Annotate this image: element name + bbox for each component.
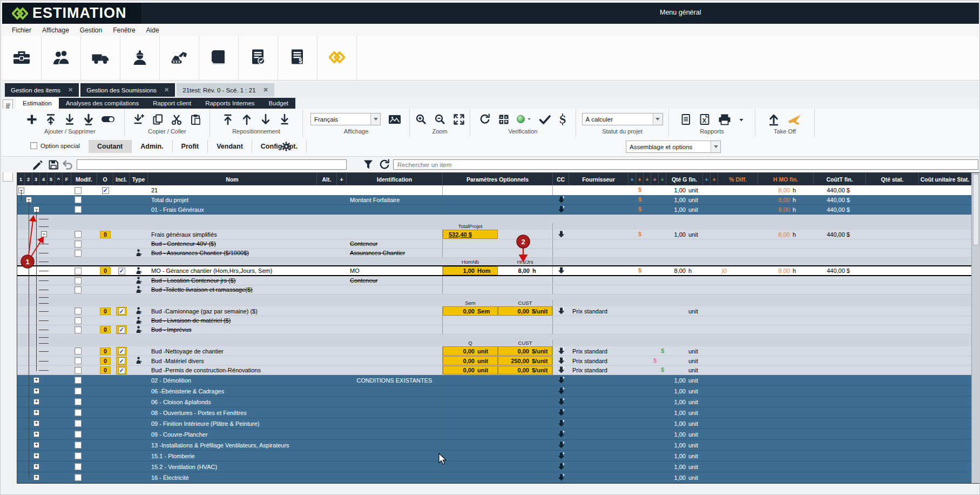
toolbar-truck-button[interactable]	[81, 36, 120, 80]
toolbar-submission-check-button[interactable]	[239, 36, 278, 80]
toolbar-catalog-book-button[interactable]	[199, 36, 239, 80]
insert-above-icon[interactable]	[45, 113, 57, 125]
tab-gestion-des-items[interactable]: Gestion des items✕	[5, 83, 79, 97]
option-special-checkbox[interactable]: Option special	[30, 142, 80, 149]
modif-checkbox[interactable]	[75, 307, 82, 315]
chapter-row[interactable]: +02 - DémolitionCONDITIONS EXISTANTES1,0…	[17, 375, 971, 386]
param-cell-2[interactable]: 8,00h	[498, 266, 552, 275]
modif-checkbox[interactable]	[75, 267, 82, 275]
modif-checkbox[interactable]	[75, 463, 82, 470]
zoom-fit-icon[interactable]	[453, 113, 465, 125]
modif-checkbox[interactable]	[75, 187, 82, 194]
column-header--[interactable]: ^	[55, 173, 63, 185]
table-row[interactable]: −0Frais généraux simplifiés532,40 $$1,00…	[17, 230, 971, 239]
refresh-icon[interactable]	[479, 113, 491, 125]
toggle-icon[interactable]	[102, 116, 114, 122]
column-header-h-mo-fin-[interactable]: H MO fin.	[758, 173, 814, 185]
scrollbar-thumb[interactable]	[973, 174, 979, 245]
column-header-2[interactable]: 2	[25, 173, 32, 185]
chapter-row[interactable]: +09 - Finition Intérieure (Plâtre & Pein…	[17, 418, 971, 429]
modif-checkbox[interactable]	[75, 398, 82, 405]
select-affichage[interactable]: Français	[310, 113, 381, 125]
cut-icon[interactable]	[171, 113, 183, 125]
modif-checkbox[interactable]	[75, 420, 82, 427]
expand-expander[interactable]: +	[33, 399, 39, 405]
incl-checkbox[interactable]: ✓	[118, 267, 125, 275]
filter-funnel-icon[interactable]	[363, 159, 374, 173]
chapter-row[interactable]: +06 -Ébénisterie & Cadrages1,00unit	[17, 386, 971, 397]
price-tab-coutant[interactable]: Coutant	[89, 140, 132, 153]
tab-21test-r-v-0-sc-1-21[interactable]: 21test: Rév. 0 - Scé. 1 : 21✕	[177, 83, 274, 97]
column-header-qt-stat-[interactable]: Qté stat.	[866, 173, 919, 185]
chapter-row[interactable]: +16 - Électricité1,00unit	[17, 472, 971, 483]
tab-gestion-des-soumissions[interactable]: Gestion des Soumissions✕	[80, 83, 175, 97]
modif-checkbox[interactable]	[75, 452, 82, 459]
column-header--[interactable]: +	[659, 173, 666, 185]
subtab-budget[interactable]: Budget	[262, 98, 295, 109]
param-cell-1[interactable]: 532,40 $	[443, 230, 498, 239]
chapter-row[interactable]: +06 - Cloison &plafonds1,00unit	[17, 397, 971, 407]
modif-checkbox[interactable]	[75, 442, 82, 449]
menu-gestion[interactable]: Gestion	[75, 25, 107, 36]
subtab-estimation[interactable]: Estimation	[16, 98, 59, 109]
column-header--diff-[interactable]: % Diff.	[718, 173, 758, 185]
cc-expand-icon[interactable]	[558, 307, 565, 316]
param-cell-1[interactable]: 0,00unit	[443, 356, 498, 365]
column-header-nom[interactable]: Nom	[148, 173, 317, 185]
insert-below-icon[interactable]	[64, 113, 76, 125]
subtab-analyses-des-compilations[interactable]: Analyses des compilations	[59, 98, 146, 109]
modif-checkbox[interactable]	[75, 326, 82, 333]
chapter-row[interactable]: +09 - Couvre-Plancher1,00unit	[17, 429, 971, 440]
param-cell-1[interactable]: 0,00unit	[443, 346, 498, 356]
toolbar-toolbox-button[interactable]	[2, 36, 42, 80]
expand-expander[interactable]: +	[33, 431, 39, 437]
option-badge[interactable]: 0	[100, 307, 111, 315]
cc-expand-icon[interactable]	[558, 463, 565, 471]
column-header-cc[interactable]: CC	[553, 173, 569, 185]
paste-icon[interactable]	[190, 113, 201, 125]
modif-checkbox[interactable]	[75, 367, 82, 374]
assemblage-dropdown[interactable]: Assemblage et options	[626, 141, 721, 153]
document-icon[interactable]	[680, 113, 692, 125]
cc-expand-icon[interactable]	[558, 473, 565, 482]
option-badge[interactable]: 0	[100, 326, 111, 333]
column-header--[interactable]: +	[337, 173, 347, 185]
column-header--[interactable]: +	[628, 173, 636, 185]
column-header-alt-[interactable]: Alt.	[317, 173, 337, 185]
dollar-icon[interactable]: S	[558, 113, 567, 126]
table-row[interactable]: Bud -Toilette livraison et ramassage($)	[17, 285, 971, 295]
table-row[interactable]: Bud - Assurances Chantier ($/1000$)Assur…	[17, 249, 971, 258]
modif-checkbox[interactable]	[75, 206, 82, 213]
column-header-identification[interactable]: Identification	[347, 173, 443, 185]
incl-checkbox[interactable]: ✓	[118, 326, 125, 333]
modif-checkbox[interactable]	[75, 347, 82, 354]
excel-icon[interactable]: X	[699, 113, 711, 125]
cc-expand-icon[interactable]	[558, 398, 565, 406]
select-statut-du-projet[interactable]: À calculer	[582, 113, 663, 125]
move-down-icon[interactable]	[260, 113, 272, 125]
print-icon[interactable]	[718, 113, 732, 125]
cc-expand-icon[interactable]	[558, 430, 565, 439]
close-icon[interactable]: ✕	[263, 86, 268, 93]
column-header-type[interactable]: Type	[130, 173, 148, 185]
expand-expander[interactable]: +	[33, 474, 39, 480]
grid-settings-button[interactable]	[280, 141, 292, 155]
cc-expand-icon[interactable]	[558, 357, 565, 365]
param-cell-2[interactable]: 0,00$/unit	[498, 366, 552, 374]
table-row[interactable]: 0✓Bud -Nettoyage de chantier0,00unit0,00…	[17, 346, 971, 356]
expand-expander[interactable]: +	[33, 442, 39, 448]
modif-checkbox[interactable]	[75, 250, 82, 257]
cc-expand-icon[interactable]	[558, 387, 565, 396]
table-row[interactable]: 0✓MO - Gérance chantier (Hom,Hrs,Jours, …	[17, 265, 971, 276]
move-up-icon[interactable]	[241, 113, 253, 125]
column-header-qt-g-fin-[interactable]: Qté G fin.	[666, 173, 703, 185]
cc-expand-icon[interactable]	[558, 205, 565, 214]
column-header-4[interactable]: 4	[40, 173, 48, 185]
zoom-out-icon[interactable]	[434, 113, 446, 125]
price-tab-vendant[interactable]: Vendant	[208, 140, 252, 153]
incl-checkbox[interactable]: ✓	[118, 357, 125, 364]
table-row[interactable]: −Total du projetMontant Forfaitaire$1,00…	[17, 195, 971, 205]
table-row[interactable]: Bud - Conteneur 40V ($)Conteneur	[17, 239, 971, 249]
column-header-5[interactable]: 5	[48, 173, 55, 185]
cc-expand-icon[interactable]	[558, 376, 565, 385]
